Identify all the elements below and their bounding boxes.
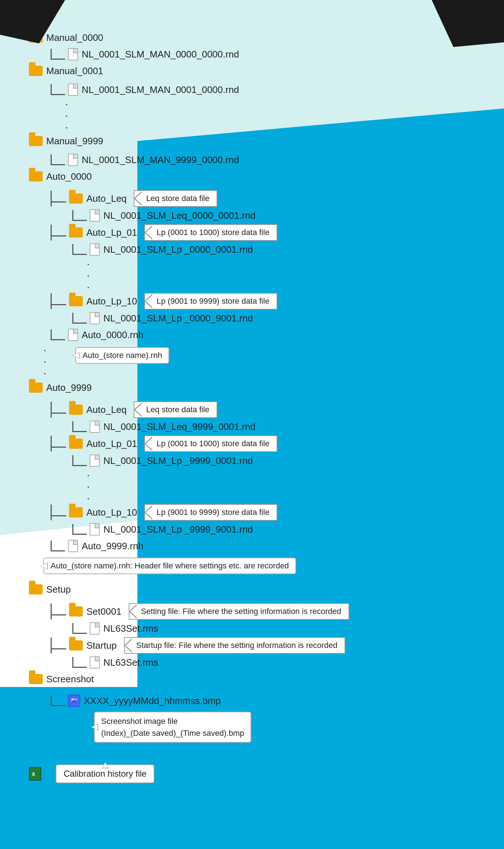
file-manual-0001: NL_0001_SLM_MAN_0001_0000.rnd [29, 82, 482, 98]
connector [72, 623, 87, 634]
hline [52, 297, 66, 305]
callout-leq-9999: Leq store data file [134, 401, 217, 418]
folder-auto-lp01-0000-label: Auto_Lp_01 [86, 227, 137, 238]
folder-auto-lp01-9999: Auto_Lp_01 Lp (0001 to 1000) store data … [29, 435, 482, 452]
folder-manual-0000: Manual_0000 [29, 30, 482, 46]
file-auto-leq-9999-label: NL_0001_SLM_Leq_9999_0001.rnd [103, 421, 256, 432]
ellipsis-1: · [65, 98, 482, 109]
folder-icon [29, 674, 43, 684]
file-manual-0000-label: NL_0001_SLM_MAN_0000_0000.rnd [82, 49, 239, 60]
folder-auto-lp10-0000-label: Auto_Lp_10 [86, 296, 137, 307]
callout-leq-0000: Leq store data file [134, 190, 217, 207]
folder-icon [69, 405, 83, 415]
file-icon [68, 84, 78, 96]
file-icon [68, 540, 78, 552]
connector [72, 313, 87, 324]
folder-icon [69, 439, 83, 449]
connector [72, 210, 87, 221]
dots-callout-row: · · · Auto_(store name).rnh [43, 344, 482, 379]
folder-auto-lp10-0000: Auto_Lp_10 Lp (9001 to 9999) store data … [29, 293, 482, 310]
dots-rnh-1: · [43, 344, 46, 355]
file-icon [90, 312, 100, 324]
file-auto-lp01-9999: NL_0001_SLM_Lp _9999_0001.rnd [29, 453, 482, 469]
ellipsis-3: · [65, 121, 482, 132]
file-icon [90, 656, 100, 669]
connector [72, 455, 87, 466]
folder-manual-9999-label: Manual_9999 [46, 136, 103, 147]
connector [51, 84, 65, 95]
connector [51, 695, 65, 706]
folder-icon [69, 193, 83, 204]
ellipsis-9999-3: · [87, 492, 482, 503]
ellipsis-inner-2: · [87, 270, 482, 281]
hline [52, 440, 66, 448]
ellipsis-9999-1: · [87, 469, 482, 480]
folder-setup-label: Setup [46, 584, 71, 595]
connector [51, 154, 65, 165]
callout-screenshot-container: Screenshot image file(Index)_(Date saved… [94, 712, 482, 743]
file-auto-leq-0000-label: NL_0001_SLM_Leq_0000_0001.rnd [103, 210, 256, 221]
callout-rnh-full: Auto_(store name).rnh: Header file where… [43, 558, 296, 574]
file-auto-0000-rnh-label: Auto_0000.rnh [82, 329, 144, 341]
folder-icon [29, 66, 43, 76]
hline [52, 229, 66, 236]
folder-set0001: Set0001 Setting file: File where the set… [29, 603, 482, 620]
connector [51, 329, 65, 340]
folder-startup: Startup Startup file: File where the set… [29, 637, 482, 654]
file-auto-9999-rnh: Auto_9999.rnh [29, 538, 482, 554]
folder-auto-0000-label: Auto_0000 [46, 171, 92, 182]
folder-icon [29, 136, 43, 146]
hline [52, 195, 66, 202]
folder-manual-0001: Manual_0001 [29, 63, 482, 79]
folder-auto-leq-0000: Auto_Leq Leq store data file [29, 190, 482, 207]
connector [72, 524, 87, 535]
hline [52, 641, 66, 649]
folder-auto-0000: Auto_0000 [29, 168, 482, 184]
folder-auto-lp10-9999-label: Auto_Lp_10 [86, 507, 137, 518]
callout-lp-low-0000: Lp (0001 to 1000) store data file [144, 224, 277, 241]
folder-auto-9999: Auto_9999 [29, 380, 482, 396]
ellipsis-9999-2: · [87, 481, 482, 492]
connector [51, 49, 65, 60]
callout-setting: Setting file: File where the setting inf… [129, 603, 349, 620]
file-auto-lp10-9999-label: NL_0001_SLM_Lp _9999_9001.rnd [103, 524, 253, 535]
file-icon [90, 421, 100, 433]
file-icon [68, 48, 78, 60]
folder-manual-0000-label: Manual_0000 [46, 32, 103, 43]
folder-screenshot: Screenshot [29, 671, 482, 687]
folder-icon [69, 640, 83, 650]
hline [52, 607, 66, 615]
file-icon [90, 455, 100, 467]
file-set0001: NL63Set.rms [29, 620, 482, 636]
folder-icon [69, 296, 83, 306]
folder-auto-lp01-9999-label: Auto_Lp_01 [86, 438, 137, 449]
connector [72, 421, 87, 432]
hline [52, 406, 66, 414]
file-icon [68, 329, 78, 341]
file-auto-lp10-0000: NL_0001_SLM_Lp _0000_9001.rnd [29, 310, 482, 326]
callout-screenshot: Screenshot image file(Index)_(Date saved… [94, 712, 251, 743]
file-manual-0001-label: NL_0001_SLM_MAN_0001_0000.rnd [82, 84, 239, 95]
callout-calibration: Calibration history file [56, 764, 154, 783]
folder-icon [69, 507, 83, 517]
dots-rnh-3: · [43, 367, 46, 378]
file-manual-9999-label: NL_0001_SLM_MAN_9999_0000.rnd [82, 154, 239, 166]
file-icon [90, 523, 100, 536]
file-auto-lp10-0000-label: NL_0001_SLM_Lp _0000_9001.rnd [103, 313, 253, 324]
folder-icon [29, 171, 43, 182]
folder-icon [29, 383, 43, 393]
file-icon [90, 243, 100, 256]
file-screenshot-label: XXXX_yyyyMMdd_hhmmss.bmp [84, 695, 221, 707]
ellipsis-inner-1: · [87, 258, 482, 269]
folder-icon [29, 584, 43, 594]
folder-manual-0001-label: Manual_0001 [46, 65, 103, 77]
file-startup-label: NL63Set.rms [103, 657, 158, 668]
file-auto-leq-9999: NL_0001_SLM_Leq_9999_0001.rnd [29, 419, 482, 435]
callout-calibration-container: Calibration history file [56, 764, 154, 783]
folder-auto-lp10-9999: Auto_Lp_10 Lp (9001 to 9999) store data … [29, 504, 482, 521]
folder-auto-lp01-0000: Auto_Lp_01 Lp (0001 to 1000) store data … [29, 224, 482, 241]
file-auto-lp01-9999-label: NL_0001_SLM_Lp _9999_0001.rnd [103, 455, 253, 466]
folder-screenshot-label: Screenshot [46, 674, 94, 685]
file-auto-lp01-0000: NL_0001_SLM_Lp _0000_0001.rnd [29, 242, 482, 257]
svg-point-3 [72, 699, 73, 700]
